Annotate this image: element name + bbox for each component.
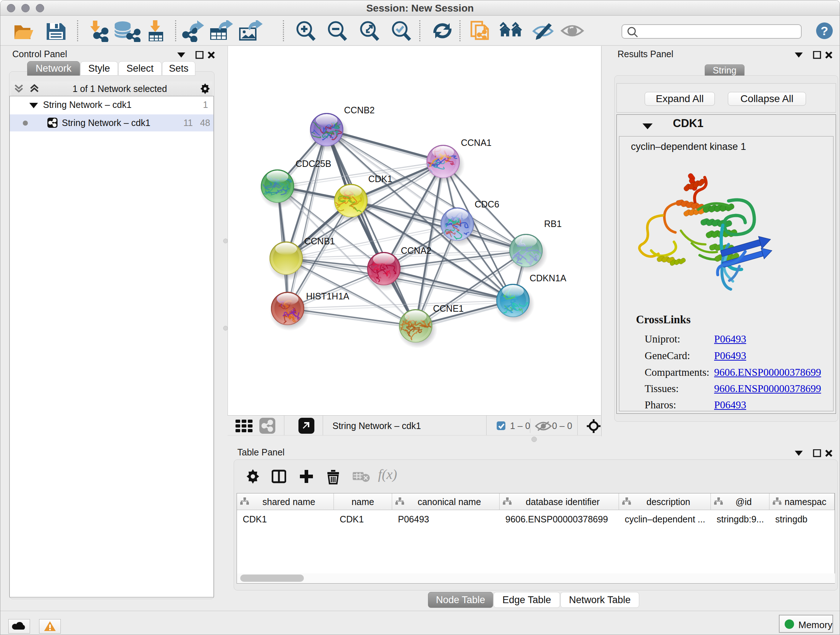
- svg-text:CCNA2: CCNA2: [401, 245, 431, 256]
- svg-text:HIST1H1A: HIST1H1A: [306, 291, 349, 301]
- svg-text:CDC25B: CDC25B: [295, 158, 332, 169]
- svg-text:CCNB1: CCNB1: [304, 236, 335, 246]
- svg-text:CCNE1: CCNE1: [433, 303, 464, 314]
- svg-text:CDK1: CDK1: [368, 174, 393, 184]
- svg-text:RB1: RB1: [544, 219, 562, 229]
- svg-text:CDC6: CDC6: [475, 199, 499, 209]
- svg-text:CDKN1A: CDKN1A: [530, 273, 567, 283]
- svg-text:CCNB2: CCNB2: [344, 105, 375, 115]
- svg-text:CCNA1: CCNA1: [461, 138, 492, 148]
